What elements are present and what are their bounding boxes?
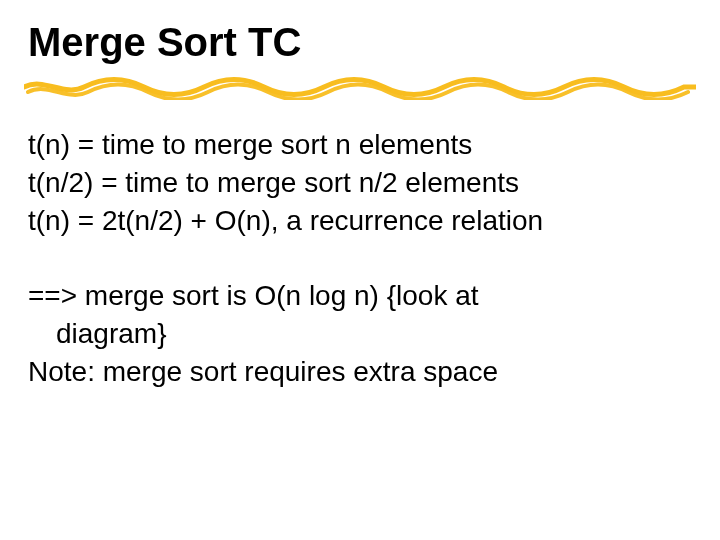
wave-underline-icon (24, 74, 696, 100)
title-underline (28, 74, 692, 100)
body-line-4a: ==> merge sort is O(n log n) {look at (28, 277, 692, 315)
body-line-2: t(n/2) = time to merge sort n/2 elements (28, 164, 692, 202)
slide: Merge Sort TC t(n) = time to merge sort … (0, 0, 720, 540)
body-line-4b: diagram} (28, 315, 692, 353)
body-line-5: Note: merge sort requires extra space (28, 353, 692, 391)
paragraph-gap (28, 239, 692, 277)
body-line-1: t(n) = time to merge sort n elements (28, 126, 692, 164)
body-line-3: t(n) = 2t(n/2) + O(n), a recurrence rela… (28, 202, 692, 240)
slide-body: t(n) = time to merge sort n elements t(n… (28, 126, 692, 391)
slide-title: Merge Sort TC (28, 20, 692, 64)
